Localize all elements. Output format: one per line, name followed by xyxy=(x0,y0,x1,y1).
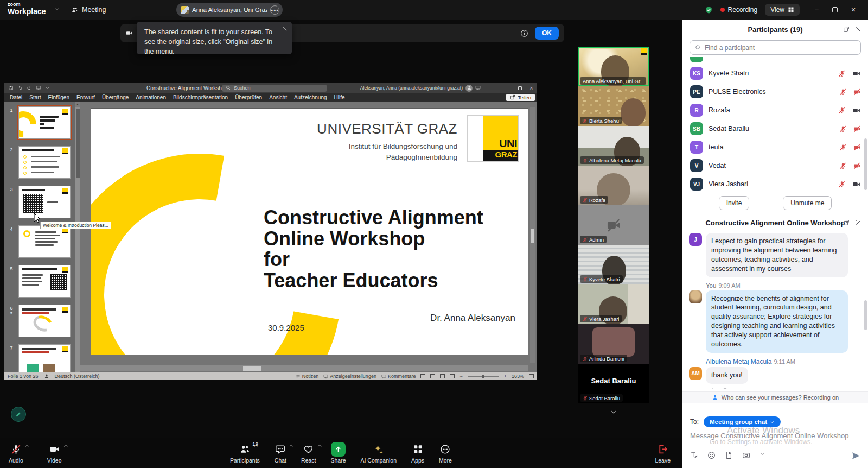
video-tile-anna-aleksanyan-uni-gr-[interactable]: Anna Aleksanyan, Uni Gr... xyxy=(578,47,649,86)
toolbar-leave-button[interactable]: Leave xyxy=(655,442,671,464)
ppt-restore-button[interactable] xyxy=(514,83,526,93)
slide-thumbnail-1[interactable] xyxy=(18,106,71,139)
attach-more-chevron-icon[interactable] xyxy=(760,451,765,459)
ppt-save-icon[interactable] xyxy=(8,85,14,91)
chat-message-list[interactable]: JI expect to gain practical strategies f… xyxy=(682,231,868,389)
accessibility-icon[interactable] xyxy=(44,374,49,379)
chevron-up-icon[interactable] xyxy=(253,443,259,448)
language-indicator[interactable]: Deutsch (Österreich) xyxy=(55,374,100,379)
slide-thumbnail-3[interactable] xyxy=(18,186,71,218)
reply-in-thread-icon[interactable] xyxy=(706,388,714,389)
chat-scrollbar[interactable] xyxy=(864,300,867,330)
workspace-chevron-icon[interactable] xyxy=(54,7,60,12)
slide-thumbnail-6[interactable] xyxy=(18,305,71,337)
video-tile-admin[interactable]: Admin xyxy=(578,205,649,245)
chat-message[interactable]: JI expect to gain practical strategies f… xyxy=(689,233,861,277)
zoom-in-button[interactable]: + xyxy=(504,374,507,379)
sender-name-link[interactable]: Albulena Metaj Macula xyxy=(706,358,771,365)
comments-button[interactable]: Kommentare xyxy=(381,374,416,379)
scrollbar-up-arrow-icon[interactable]: ▲ xyxy=(75,102,80,107)
chat-message[interactable]: AMthank you! xyxy=(689,367,861,384)
fit-slide-icon[interactable] xyxy=(529,374,534,378)
chevron-up-icon[interactable] xyxy=(63,443,68,448)
video-tile-rozafa[interactable]: Rozafa xyxy=(578,166,649,205)
ppt-menu-entwurf[interactable]: Entwurf xyxy=(76,94,95,100)
ppt-share-button[interactable]: Teilen xyxy=(506,94,535,101)
restore-button[interactable] xyxy=(826,0,844,20)
ppt-quickaccess-chevron-icon[interactable] xyxy=(45,85,50,91)
toolbar-share-button[interactable]: Share xyxy=(330,442,346,464)
tooltip-close-icon[interactable] xyxy=(282,26,288,31)
ok-button[interactable]: OK xyxy=(535,27,559,40)
attach-file-icon[interactable] xyxy=(725,451,733,459)
tab-meeting[interactable]: Meeting xyxy=(72,0,106,20)
toolbar-participants-button[interactable]: 19Participants xyxy=(230,442,260,464)
ppt-menu--berpr-fen[interactable]: Überprüfen xyxy=(235,94,262,100)
send-message-button[interactable] xyxy=(851,451,860,460)
format-text-icon[interactable] xyxy=(690,451,698,459)
view-button[interactable]: View xyxy=(765,4,800,16)
ppt-minimize-button[interactable]: − xyxy=(503,83,514,93)
slide-horizontal-scrollbar[interactable] xyxy=(80,365,528,371)
chat-message[interactable]: Recognize the benefits of alignment for … xyxy=(689,290,861,353)
notes-button[interactable]: Notizen xyxy=(296,374,319,379)
minimize-button[interactable]: − xyxy=(807,0,826,20)
ppt-menu-start[interactable]: Start xyxy=(29,94,41,100)
ppt-menu--berg-nge[interactable]: Übergänge xyxy=(102,94,129,100)
video-tile-sedat-baraliu[interactable]: Sedat BaraliuSedat Baraliu xyxy=(578,364,649,403)
ppt-search-box[interactable]: Suchen xyxy=(222,85,327,92)
screenshot-icon[interactable] xyxy=(742,451,750,459)
participant-row-vedat[interactable]: VVedat xyxy=(682,156,868,175)
video-tile-blerta-shehu[interactable]: Blerta Shehu xyxy=(578,86,649,126)
slideshow-icon[interactable] xyxy=(450,374,455,378)
zoom-out-button[interactable]: − xyxy=(459,374,462,379)
video-tile-albulena-metaj-macula[interactable]: Albulena Metaj Macula xyxy=(578,126,649,166)
ppt-menu-einf-gen[interactable]: Einfügen xyxy=(48,94,69,100)
ppt-redo-icon[interactable] xyxy=(27,85,32,91)
normal-view-icon[interactable] xyxy=(420,374,425,378)
ppt-menu-bildschirmpr-sentation[interactable]: Bildschirmpräsentation xyxy=(173,94,228,100)
reading-view-icon[interactable] xyxy=(440,374,445,378)
toolbar-apps-button[interactable]: Apps xyxy=(411,442,424,464)
slide-canvas[interactable]: UNIVERSITÄT GRAZ Institut für Bildungsfo… xyxy=(91,109,528,355)
recording-indicator[interactable]: Recording xyxy=(720,6,758,14)
ppt-menu-aufzeichnung[interactable]: Aufzeichnung xyxy=(294,94,327,100)
slide-vertical-scrollbar[interactable] xyxy=(530,107,535,363)
participant-row-rozafa[interactable]: RRozafa xyxy=(682,101,868,119)
toolbar-ai-companion-button[interactable]: AI Companion xyxy=(361,442,397,464)
chat-privacy-note[interactable]: Who can see your messages? Recording on xyxy=(682,391,868,403)
toolbar-react-button[interactable]: React xyxy=(301,442,316,464)
zoom-level[interactable]: 163% xyxy=(512,374,524,379)
participant-row-sedat-baraliu[interactable]: SBSedat Baraliu xyxy=(682,119,868,138)
participants-close-icon[interactable] xyxy=(855,26,861,33)
close-button[interactable]: × xyxy=(844,0,863,20)
participant-row-pulse-electronics[interactable]: PEPULSE Electronics xyxy=(682,83,868,101)
chevron-up-icon[interactable] xyxy=(24,443,30,448)
ppt-close-button[interactable]: × xyxy=(526,83,537,93)
ppt-menu-animationen[interactable]: Animationen xyxy=(136,94,166,100)
shared-screen-more-icon[interactable]: ●●● xyxy=(270,5,279,15)
ppt-undo-icon[interactable] xyxy=(17,85,23,91)
slide-thumbnail-7[interactable] xyxy=(18,344,71,372)
chat-popout-icon[interactable] xyxy=(843,219,850,226)
chevron-up-icon[interactable] xyxy=(289,443,294,448)
ppt-monitor-icon[interactable] xyxy=(36,85,41,91)
participants-popout-icon[interactable] xyxy=(843,26,850,33)
slide-thumbnail-4[interactable] xyxy=(18,225,71,258)
banner-info-icon[interactable] xyxy=(520,29,528,37)
participant-scrollbar[interactable] xyxy=(864,138,867,190)
participant-row-kyvete-shatri[interactable]: KSKyvete Shatri xyxy=(682,64,868,83)
toolbar-more-button[interactable]: More xyxy=(439,442,452,464)
invite-button[interactable]: Invite xyxy=(719,196,750,210)
ppt-account[interactable]: Aleksanyan, Anna (anna.aleksanyan@uni-gr… xyxy=(360,85,481,92)
collapse-video-strip-button[interactable] xyxy=(578,408,649,416)
ppt-menu-ansicht[interactable]: Ansicht xyxy=(269,94,287,100)
ppt-menu-datei[interactable]: Datei xyxy=(10,94,22,100)
security-shield-icon[interactable] xyxy=(705,6,713,14)
toolbar-audio-button[interactable]: Audio xyxy=(9,442,23,464)
participant-search-input[interactable]: Find a participant xyxy=(690,40,861,55)
participant-row-vlera-jashari[interactable]: VJVlera Jashari xyxy=(682,175,868,192)
participant-row-teuta[interactable]: Tteuta xyxy=(682,138,868,156)
toolbar-video-button[interactable]: Video xyxy=(47,442,62,464)
emoji-icon[interactable] xyxy=(707,451,716,459)
